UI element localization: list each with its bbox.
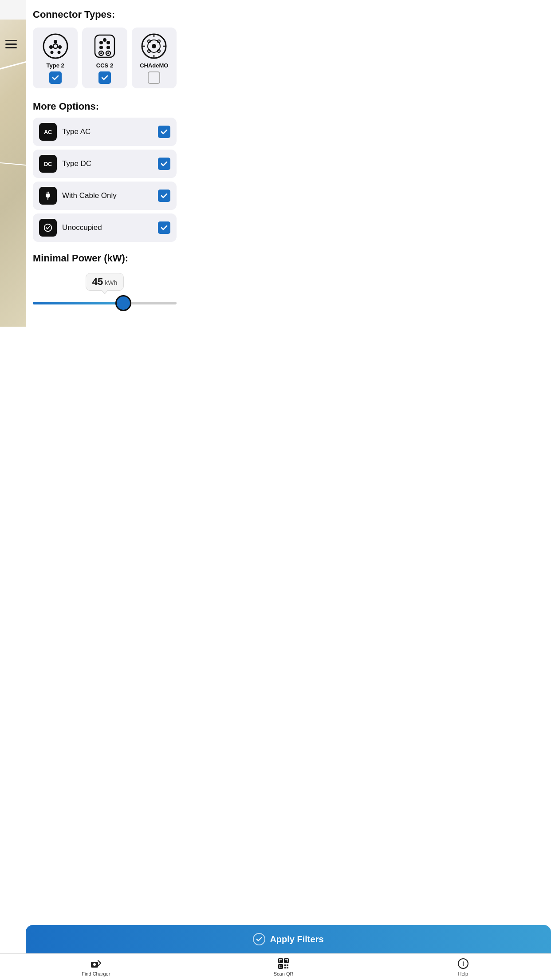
power-title: Minimal Power (kW):	[33, 253, 177, 264]
svg-point-19	[152, 44, 156, 48]
cable-badge	[39, 187, 57, 205]
connector-types-title: Connector Types:	[33, 9, 177, 20]
svg-point-1	[54, 40, 57, 43]
svg-point-15	[100, 52, 102, 54]
ac-label: Type AC	[62, 127, 153, 136]
option-type-dc[interactable]: DC Type DC	[33, 150, 177, 178]
cable-checkbox[interactable]	[158, 190, 170, 202]
connector-card-chademo[interactable]: CHAdeMO	[132, 28, 177, 88]
svg-point-2	[49, 45, 53, 49]
svg-point-31	[44, 224, 52, 232]
hamburger-menu[interactable]	[5, 40, 17, 48]
svg-rect-29	[48, 192, 49, 194]
slider-fill	[33, 302, 123, 304]
svg-point-11	[99, 46, 103, 49]
power-value: 45	[92, 276, 103, 288]
option-type-ac[interactable]: AC Type AC	[33, 118, 177, 146]
unoccupied-label: Unoccupied	[62, 223, 153, 232]
unoccupied-badge	[39, 219, 57, 237]
svg-rect-30	[47, 198, 48, 200]
chademo-icon	[141, 33, 167, 59]
svg-point-25	[157, 50, 160, 52]
ccs2-label: CCS 2	[96, 62, 113, 69]
dc-checkbox[interactable]	[158, 158, 170, 170]
svg-rect-28	[47, 192, 47, 194]
svg-point-26	[157, 40, 160, 43]
svg-point-5	[57, 51, 60, 54]
cable-label: With Cable Only	[62, 191, 153, 200]
svg-point-10	[103, 38, 106, 42]
ac-badge-text: AC	[44, 129, 52, 135]
connector-card-ccs2[interactable]: CCS 2	[82, 28, 127, 88]
power-tooltip: 45 kWh	[86, 273, 124, 291]
svg-point-16	[107, 52, 109, 54]
connector-types-section: Connector Types: Type 2	[33, 9, 177, 88]
plug-icon	[43, 191, 53, 201]
type2-label: Type 2	[47, 62, 64, 69]
option-cable-only[interactable]: With Cable Only	[33, 182, 177, 210]
dc-badge: DC	[39, 155, 57, 173]
chademo-checkbox[interactable]	[148, 71, 160, 84]
unoccupied-icon	[43, 223, 53, 233]
svg-point-8	[99, 41, 103, 44]
slider-track	[33, 302, 177, 304]
unoccupied-checkbox[interactable]	[158, 221, 170, 234]
ccs2-icon	[91, 33, 118, 59]
more-options-section: More Options: AC Type AC DC Type DC	[33, 101, 177, 242]
svg-point-24	[148, 40, 150, 43]
map-panel	[0, 0, 26, 327]
svg-point-9	[106, 41, 110, 44]
dc-label: Type DC	[62, 159, 153, 168]
svg-point-12	[106, 46, 110, 49]
svg-point-4	[50, 51, 53, 54]
type2-icon	[42, 33, 69, 59]
svg-point-27	[148, 50, 150, 52]
type2-checkbox[interactable]	[49, 71, 62, 84]
minimal-power-section: Minimal Power (kW): 45 kWh	[33, 253, 177, 311]
slider-tooltip-wrap: 45 kWh	[33, 273, 177, 291]
power-unit: kWh	[105, 279, 117, 286]
main-panel: Connector Types: Type 2	[26, 0, 184, 327]
svg-point-0	[43, 34, 67, 58]
svg-point-3	[58, 45, 62, 49]
option-unoccupied[interactable]: Unoccupied	[33, 213, 177, 242]
chademo-label: CHAdeMO	[140, 62, 168, 69]
ac-badge: AC	[39, 123, 57, 141]
dc-badge-text: DC	[44, 161, 52, 167]
power-slider-container[interactable]	[33, 295, 177, 311]
slider-thumb[interactable]	[115, 295, 131, 311]
ac-checkbox[interactable]	[158, 126, 170, 138]
connector-card-type2[interactable]: Type 2	[33, 28, 78, 88]
svg-point-6	[53, 44, 58, 48]
more-options-title: More Options:	[33, 101, 177, 112]
connector-cards: Type 2 CCS 2	[33, 28, 177, 88]
ccs2-checkbox[interactable]	[98, 71, 111, 84]
